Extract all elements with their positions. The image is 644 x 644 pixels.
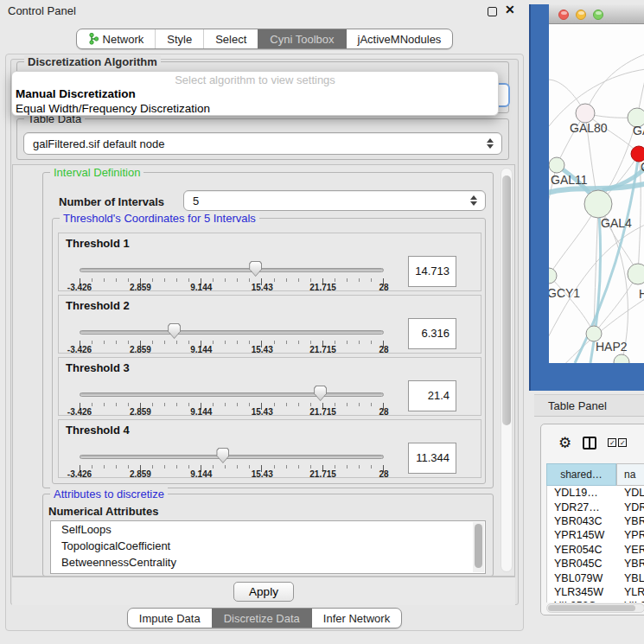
checkbox-icon: ✓ — [608, 438, 616, 447]
attributes-list-scrollbar[interactable] — [473, 522, 484, 572]
slider-track[interactable] — [80, 268, 384, 272]
threshold-slider[interactable] — [80, 320, 384, 341]
zoom-traffic-light[interactable] — [593, 10, 603, 20]
network-node[interactable] — [614, 354, 629, 363]
tab-infer-network[interactable]: Infer Network — [311, 609, 401, 628]
close-traffic-light[interactable] — [558, 10, 569, 20]
table-horizontal-scrollbar[interactable] — [546, 603, 644, 613]
threshold-slider[interactable] — [80, 258, 384, 278]
table-row[interactable]: YBR045CYBR0 — [547, 557, 644, 571]
tab-label: Infer Network — [323, 612, 390, 625]
threshold-value-field[interactable]: 11.344 — [408, 443, 456, 474]
network-window-titlebar[interactable] — [549, 4, 644, 24]
threshold-label: Threshold 3 — [66, 361, 130, 374]
table-data-value: galFiltered.sif default node — [24, 137, 484, 150]
columns-icon[interactable] — [583, 437, 596, 450]
algorithm-option-equal-width-frequency-discretization[interactable]: Equal Width/Frequency Discretization — [12, 102, 498, 116]
float-window-icon[interactable] — [488, 7, 497, 16]
tab-jactivemnodules[interactable]: jActiveMNodules — [346, 29, 453, 48]
cell-name: YBR0 — [618, 558, 644, 570]
threshold-slider[interactable] — [80, 382, 384, 403]
minimize-traffic-light[interactable] — [576, 10, 586, 20]
slider-handle[interactable] — [314, 386, 327, 401]
attribute-item-topologicalcoefficient[interactable]: TopologicalCoefficient — [51, 538, 485, 554]
table-row[interactable]: YIL052CYIL0 — [547, 599, 644, 603]
network-node-label: HAP2 — [596, 340, 628, 354]
cell-shared-name: YBR045C — [547, 558, 618, 570]
table-data-select[interactable]: galFiltered.sif default node — [23, 132, 502, 155]
table-row[interactable]: YER054CYER0 — [547, 543, 644, 557]
cell-name: YLR3 — [618, 586, 644, 598]
apply-button[interactable]: Apply — [233, 582, 294, 602]
network-node-h[interactable] — [628, 264, 644, 284]
threshold-label: Threshold 4 — [66, 424, 130, 437]
group-title: Attributes to discretize — [50, 488, 168, 501]
table-row[interactable]: YPR145WYPR1 — [547, 528, 644, 542]
threshold-1-box: Threshold 1-3.4262.8599.14415.4321.71528… — [58, 233, 481, 291]
attribute-item-betweennesscentrality[interactable]: BetweennessCentrality — [51, 554, 485, 571]
network-node-label: GCY1 — [549, 286, 580, 300]
tab-label: Select — [215, 33, 246, 46]
network-node-label: H — [639, 287, 644, 301]
tab-cyni-toolbox[interactable]: Cyni Toolbox — [258, 29, 345, 48]
table-row[interactable]: YLR345WYLR3 — [547, 585, 644, 599]
cell-shared-name: YDL19… — [547, 487, 618, 499]
cell-shared-name: YBR043C — [547, 515, 618, 527]
cell-name: YPR1 — [618, 529, 644, 541]
table-row[interactable]: YDR27…YDR2 — [547, 500, 644, 513]
close-icon[interactable]: ✕ — [505, 3, 515, 16]
slider-tick-labels: -3.4262.8599.14415.4321.71528 — [80, 469, 384, 480]
attributes-list[interactable]: SelfLoopsTopologicalCoefficientBetweenne… — [50, 520, 486, 574]
group-title: Threshold's Coordinates for 5 Intervals — [60, 212, 259, 225]
tab-select[interactable]: Select — [203, 29, 258, 48]
table-toolbar: ⚙ ✓ ✓ — [541, 424, 644, 461]
cell-name: YDL1 — [618, 487, 644, 499]
cell-name: YDR2 — [618, 501, 644, 513]
threshold-3-box: Threshold 3-3.4262.8599.14415.4321.71528… — [58, 357, 481, 416]
select-columns-icons[interactable]: ✓ ✓ — [608, 438, 627, 447]
slider-track[interactable] — [80, 392, 384, 397]
slider-handle[interactable] — [249, 261, 262, 277]
table-rows[interactable]: YDL19…YDL1YDR27…YDR2YBR043CYBR0YPR145WYP… — [546, 486, 644, 603]
cell-name: YER0 — [618, 544, 644, 556]
cell-name: YBL0 — [618, 572, 644, 584]
slider-tick-labels: -3.4262.8599.14415.4321.71528 — [80, 407, 384, 418]
table-row[interactable]: YDL19…YDL1 — [547, 486, 644, 500]
table-row[interactable]: YBL079WYBL0 — [547, 571, 644, 584]
threshold-2-box: Threshold 2-3.4262.8599.14415.4321.71528… — [58, 295, 481, 354]
slider-handle[interactable] — [216, 448, 229, 463]
column-header-name[interactable]: na — [616, 463, 644, 486]
threshold-value-field[interactable]: 14.713 — [408, 256, 456, 287]
tab-impute-data[interactable]: Impute Data — [128, 609, 212, 628]
slider-tick-labels: -3.4262.8599.14415.4321.71528 — [80, 345, 384, 355]
attribute-item-selfloops[interactable]: SelfLoops — [51, 521, 485, 538]
number-of-intervals-select[interactable]: 5 — [183, 190, 486, 211]
threshold-slider[interactable] — [80, 444, 384, 465]
table-row[interactable]: YBR043CYBR0 — [547, 514, 644, 528]
group-title: Discretization Algorithm — [24, 55, 161, 68]
column-header-shared-name[interactable]: shared… — [546, 463, 616, 486]
apply-row: Apply — [12, 577, 515, 605]
tab-style[interactable]: Style — [155, 29, 203, 48]
cell-shared-name: YBL079W — [547, 572, 618, 584]
control-panel-header: Control Panel ✕ — [0, 0, 529, 22]
threshold-value-field[interactable]: 21.4 — [408, 380, 456, 411]
tab-discretize-data[interactable]: Discretize Data — [212, 609, 311, 628]
gear-icon[interactable]: ⚙ — [558, 436, 571, 450]
tab-network[interactable]: Network — [77, 29, 156, 48]
settings-scrollbar[interactable] — [501, 168, 513, 572]
network-node-gal4[interactable] — [584, 190, 612, 218]
tab-label: Impute Data — [139, 612, 201, 625]
algorithm-option-manual-discretization[interactable]: Manual Discretization — [12, 87, 498, 102]
network-node-gal80[interactable] — [576, 104, 595, 123]
network-node-gal11[interactable] — [549, 157, 564, 173]
network-node-gcy1[interactable] — [549, 268, 557, 284]
table-data-group: Table Data galFiltered.sif default node — [16, 118, 509, 160]
network-canvas[interactable]: GAL80GACGAL11GAL4GCY1HHAP2 — [549, 24, 644, 363]
slider-track[interactable] — [80, 455, 384, 459]
slider-handle[interactable] — [168, 323, 181, 339]
threshold-value-field[interactable]: 6.316 — [408, 318, 456, 349]
numerical-attributes-label: Numerical Attributes — [48, 505, 158, 518]
slider-track[interactable] — [80, 330, 384, 335]
network-node-label: GAL11 — [551, 173, 588, 187]
